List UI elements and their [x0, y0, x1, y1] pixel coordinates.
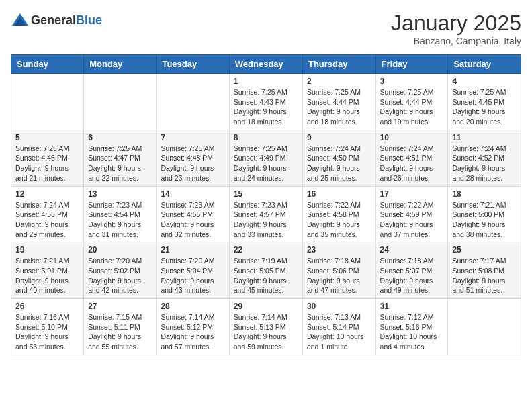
weekday-header: Tuesday — [157, 55, 229, 74]
day-info: Sunrise: 7:25 AMSunset: 4:46 PMDaylight:… — [15, 144, 79, 183]
day-info: Sunrise: 7:24 AMSunset: 4:53 PMDaylight:… — [15, 200, 79, 240]
calendar-cell: 26Sunrise: 7:16 AMSunset: 5:10 PMDayligh… — [11, 299, 84, 355]
day-number: 23 — [307, 245, 371, 255]
day-info: Sunrise: 7:20 AMSunset: 5:02 PMDaylight:… — [88, 256, 152, 295]
calendar-cell: 2Sunrise: 7:25 AMSunset: 4:44 PMDaylight… — [302, 74, 375, 130]
day-info: Sunrise: 7:15 AMSunset: 5:11 PMDaylight:… — [88, 312, 152, 352]
calendar-cell: 13Sunrise: 7:23 AMSunset: 4:54 PMDayligh… — [84, 186, 157, 242]
day-number: 12 — [15, 189, 79, 199]
calendar-cell: 28Sunrise: 7:14 AMSunset: 5:12 PMDayligh… — [157, 299, 229, 355]
day-info: Sunrise: 7:23 AMSunset: 4:55 PMDaylight:… — [161, 200, 224, 240]
calendar-cell: 16Sunrise: 7:22 AMSunset: 4:58 PMDayligh… — [302, 186, 375, 242]
day-info: Sunrise: 7:17 AMSunset: 5:08 PMDaylight:… — [452, 256, 517, 295]
calendar-cell — [448, 299, 521, 355]
day-info: Sunrise: 7:23 AMSunset: 4:57 PMDaylight:… — [234, 200, 298, 240]
weekday-header: Sunday — [11, 55, 84, 74]
calendar-cell: 25Sunrise: 7:17 AMSunset: 5:08 PMDayligh… — [448, 242, 521, 299]
calendar-week-row: 19Sunrise: 7:21 AMSunset: 5:01 PMDayligh… — [11, 242, 521, 299]
calendar-cell: 14Sunrise: 7:23 AMSunset: 4:55 PMDayligh… — [157, 186, 229, 242]
calendar-cell: 17Sunrise: 7:22 AMSunset: 4:59 PMDayligh… — [375, 186, 448, 242]
day-number: 1 — [234, 77, 298, 86]
day-info: Sunrise: 7:25 AMSunset: 4:48 PMDaylight:… — [161, 144, 224, 183]
calendar-cell: 1Sunrise: 7:25 AMSunset: 4:43 PMDaylight… — [229, 74, 302, 130]
calendar-week-row: 26Sunrise: 7:16 AMSunset: 5:10 PMDayligh… — [11, 299, 521, 355]
weekday-header: Friday — [375, 55, 448, 74]
calendar-cell: 24Sunrise: 7:18 AMSunset: 5:07 PMDayligh… — [375, 242, 448, 299]
day-number: 29 — [234, 302, 298, 311]
calendar-week-row: 5Sunrise: 7:25 AMSunset: 4:46 PMDaylight… — [11, 130, 521, 186]
calendar-cell: 22Sunrise: 7:19 AMSunset: 5:05 PMDayligh… — [229, 242, 302, 299]
day-info: Sunrise: 7:25 AMSunset: 4:44 PMDaylight:… — [380, 87, 444, 127]
calendar-cell: 18Sunrise: 7:21 AMSunset: 5:00 PMDayligh… — [448, 186, 521, 242]
calendar-cell: 23Sunrise: 7:18 AMSunset: 5:06 PMDayligh… — [302, 242, 375, 299]
day-info: Sunrise: 7:18 AMSunset: 5:07 PMDaylight:… — [380, 256, 444, 295]
day-number: 26 — [15, 302, 79, 311]
calendar-cell: 6Sunrise: 7:25 AMSunset: 4:47 PMDaylight… — [84, 130, 157, 186]
day-number: 6 — [88, 133, 152, 142]
day-number: 16 — [307, 189, 371, 199]
day-info: Sunrise: 7:14 AMSunset: 5:12 PMDaylight:… — [161, 312, 224, 352]
logo-blue-text: Blue — [76, 13, 102, 27]
calendar-week-row: 1Sunrise: 7:25 AMSunset: 4:43 PMDaylight… — [11, 74, 521, 130]
calendar-cell: 5Sunrise: 7:25 AMSunset: 4:46 PMDaylight… — [11, 130, 84, 186]
day-info: Sunrise: 7:12 AMSunset: 5:16 PMDaylight:… — [380, 312, 444, 352]
calendar-cell: 8Sunrise: 7:25 AMSunset: 4:49 PMDaylight… — [229, 130, 302, 186]
day-number: 15 — [234, 189, 298, 199]
day-info: Sunrise: 7:21 AMSunset: 5:00 PMDaylight:… — [452, 200, 517, 240]
calendar-cell: 30Sunrise: 7:13 AMSunset: 5:14 PMDayligh… — [302, 299, 375, 355]
calendar-cell: 27Sunrise: 7:15 AMSunset: 5:11 PMDayligh… — [84, 299, 157, 355]
day-number: 25 — [452, 245, 517, 255]
day-number: 10 — [380, 133, 444, 142]
day-number: 13 — [88, 189, 152, 199]
logo: GeneralBlue — [11, 11, 102, 30]
location-title: Banzano, Campania, Italy — [391, 36, 521, 46]
page-header: GeneralBlue January 2025 Banzano, Campan… — [11, 11, 521, 46]
calendar-week-row: 12Sunrise: 7:24 AMSunset: 4:53 PMDayligh… — [11, 186, 521, 242]
day-number: 24 — [380, 245, 444, 255]
day-info: Sunrise: 7:23 AMSunset: 4:54 PMDaylight:… — [88, 200, 152, 240]
day-info: Sunrise: 7:24 AMSunset: 4:52 PMDaylight:… — [452, 144, 517, 183]
month-title: January 2025 — [391, 11, 521, 36]
day-info: Sunrise: 7:24 AMSunset: 4:51 PMDaylight:… — [380, 144, 444, 183]
calendar-cell: 3Sunrise: 7:25 AMSunset: 4:44 PMDaylight… — [375, 74, 448, 130]
calendar-cell: 19Sunrise: 7:21 AMSunset: 5:01 PMDayligh… — [11, 242, 84, 299]
calendar-table: SundayMondayTuesdayWednesdayThursdayFrid… — [11, 54, 521, 355]
day-info: Sunrise: 7:22 AMSunset: 4:58 PMDaylight:… — [307, 200, 371, 240]
day-number: 27 — [88, 302, 152, 311]
day-number: 8 — [234, 133, 298, 142]
day-number: 19 — [15, 245, 79, 255]
day-number: 3 — [380, 77, 444, 86]
day-info: Sunrise: 7:22 AMSunset: 4:59 PMDaylight:… — [380, 200, 444, 240]
day-info: Sunrise: 7:19 AMSunset: 5:05 PMDaylight:… — [234, 256, 298, 295]
day-number: 21 — [161, 245, 224, 255]
weekday-header: Thursday — [302, 55, 375, 74]
logo-icon — [11, 11, 30, 30]
day-number: 11 — [452, 133, 517, 142]
calendar-cell — [157, 74, 229, 130]
weekday-header-row: SundayMondayTuesdayWednesdayThursdayFrid… — [11, 55, 521, 74]
calendar-cell: 10Sunrise: 7:24 AMSunset: 4:51 PMDayligh… — [375, 130, 448, 186]
day-info: Sunrise: 7:25 AMSunset: 4:49 PMDaylight:… — [234, 144, 298, 183]
calendar-cell: 20Sunrise: 7:20 AMSunset: 5:02 PMDayligh… — [84, 242, 157, 299]
day-number: 22 — [234, 245, 298, 255]
calendar-cell: 31Sunrise: 7:12 AMSunset: 5:16 PMDayligh… — [375, 299, 448, 355]
day-info: Sunrise: 7:16 AMSunset: 5:10 PMDaylight:… — [15, 312, 79, 352]
day-info: Sunrise: 7:14 AMSunset: 5:13 PMDaylight:… — [234, 312, 298, 352]
day-info: Sunrise: 7:24 AMSunset: 4:50 PMDaylight:… — [307, 144, 371, 183]
day-number: 2 — [307, 77, 371, 86]
title-block: January 2025 Banzano, Campania, Italy — [391, 11, 521, 46]
calendar-cell: 15Sunrise: 7:23 AMSunset: 4:57 PMDayligh… — [229, 186, 302, 242]
weekday-header: Wednesday — [229, 55, 302, 74]
day-info: Sunrise: 7:25 AMSunset: 4:45 PMDaylight:… — [452, 87, 517, 127]
calendar-cell: 4Sunrise: 7:25 AMSunset: 4:45 PMDaylight… — [448, 74, 521, 130]
day-number: 30 — [307, 302, 371, 311]
calendar-cell: 9Sunrise: 7:24 AMSunset: 4:50 PMDaylight… — [302, 130, 375, 186]
logo-general-text: General — [31, 13, 76, 27]
day-info: Sunrise: 7:25 AMSunset: 4:43 PMDaylight:… — [234, 87, 298, 127]
day-info: Sunrise: 7:25 AMSunset: 4:47 PMDaylight:… — [88, 144, 152, 183]
calendar-cell: 29Sunrise: 7:14 AMSunset: 5:13 PMDayligh… — [229, 299, 302, 355]
day-info: Sunrise: 7:20 AMSunset: 5:04 PMDaylight:… — [161, 256, 224, 295]
day-number: 9 — [307, 133, 371, 142]
calendar-cell: 11Sunrise: 7:24 AMSunset: 4:52 PMDayligh… — [448, 130, 521, 186]
calendar-cell — [84, 74, 157, 130]
